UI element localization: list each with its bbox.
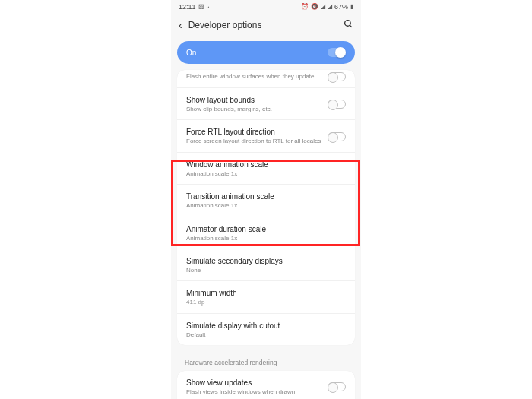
row-subtitle: Show clip bounds, margins, etc. [186,106,328,113]
row-window-animation-scale[interactable]: Window animation scale Animation scale 1… [177,152,355,184]
row-subtitle: Flash views inside windows when drawn [186,388,328,396]
row-simulate-cutout[interactable]: Simulate display with cutout Default [177,313,355,345]
page-title: Developer options [188,20,337,30]
status-right: ⏰ 🔇 ◢ ◢ 67% ▮ [301,3,353,11]
row-subtitle: Animation scale 1x [186,202,346,210]
battery-icon: ▮ [350,4,353,10]
row-subtitle: Animation scale 1x [186,170,346,178]
row-animator-duration-scale[interactable]: Animator duration scale Animation scale … [177,217,355,249]
image-icon: ▧ [198,4,204,10]
location-icon: ⬪ [207,4,211,10]
status-time: 12:11 [179,3,196,11]
row-title: Animator duration scale [186,224,346,234]
row-title: Show view updates [186,378,328,388]
svg-line-1 [350,25,352,27]
mute-icon: 🔇 [311,4,318,10]
back-arrow-icon[interactable]: ‹ [179,19,182,31]
svg-point-0 [345,21,351,27]
row-layout-bounds[interactable]: Show layout bounds Show clip bounds, mar… [177,87,355,119]
signal-icon: ◢ [328,4,332,10]
toggle-off-icon[interactable] [328,72,346,81]
titlebar: ‹ Developer options [171,14,361,36]
row-title: Simulate display with cutout [186,321,346,331]
row-show-view-updates[interactable]: Show view updates Flash views inside win… [177,371,355,399]
row-subtitle: Animation scale 1x [186,235,346,242]
row-subtitle: 411 dp [186,299,346,306]
toggle-on-icon [328,48,346,57]
row-subtitle: Flash entire window surfaces when they u… [186,73,328,81]
row-force-rtl[interactable]: Force RTL layout direction Force screen … [177,119,355,151]
row-title: Show layout bounds [186,95,328,105]
search-icon[interactable] [344,19,353,31]
row-title: Simulate secondary displays [186,256,346,266]
developer-options-master-toggle[interactable]: On [177,41,355,64]
row-minimum-width[interactable]: Minimum width 411 dp [177,280,355,312]
phone-screen: 12:11 ▧ ⬪ ⏰ 🔇 ◢ ◢ 67% ▮ ‹ Developer opti… [171,0,361,399]
row-transition-animation-scale[interactable]: Transition animation scale Animation sca… [177,184,355,216]
settings-card: Show view updates Flash views inside win… [177,371,355,399]
row-surface-updates[interactable]: Show surface updates Flash entire window… [177,70,355,87]
section-header: Hardware accelerated rendering [171,351,361,371]
wifi-icon: ◢ [321,4,325,10]
on-label: On [186,49,196,57]
alarm-icon: ⏰ [301,4,309,10]
status-bar: 12:11 ▧ ⬪ ⏰ 🔇 ◢ ◢ 67% ▮ [171,0,361,14]
status-left: 12:11 ▧ ⬪ [179,3,211,11]
row-subtitle: Force screen layout direction to RTL for… [186,138,328,145]
row-title: Transition animation scale [186,192,346,201]
row-title: Window animation scale [186,160,346,169]
row-title: Minimum width [186,288,346,298]
row-title: Force RTL layout direction [186,127,328,137]
toggle-off-icon[interactable] [328,132,346,141]
row-simulate-secondary-displays[interactable]: Simulate secondary displays None [177,249,355,280]
toggle-off-icon[interactable] [328,100,346,109]
row-subtitle: Default [186,331,346,339]
row-subtitle: None [186,267,346,274]
battery-pct: 67% [334,3,348,11]
toggle-off-icon[interactable] [328,382,346,391]
settings-card: Show surface updates Flash entire window… [177,70,355,345]
